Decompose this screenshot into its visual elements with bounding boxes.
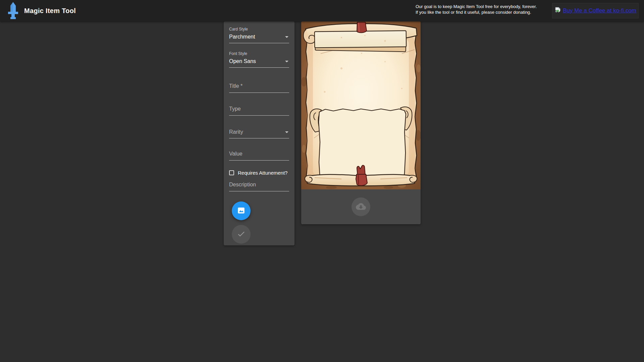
donation-line-1: Our goal is to keep Magic Item Tool free… [416, 4, 537, 9]
card-actions-bar [301, 189, 421, 224]
submit-button[interactable] [232, 225, 251, 244]
attunement-checkbox-row[interactable]: Requires Attunement? [229, 170, 289, 176]
description-field [229, 180, 289, 191]
type-input[interactable] [229, 104, 289, 116]
rarity-select[interactable]: Rarity [229, 127, 289, 138]
font-style-select[interactable]: Font Style Open Sans [229, 51, 289, 68]
type-field [229, 104, 289, 116]
card-style-label: Card Style [229, 27, 289, 32]
cloud-download-icon [356, 201, 366, 213]
item-form-panel: Card Style Parchment Font Style Open San… [224, 21, 294, 245]
add-image-button[interactable] [232, 201, 251, 220]
chevron-down-icon [285, 61, 288, 62]
description-input[interactable] [229, 180, 289, 191]
download-card-button[interactable] [352, 197, 370, 216]
kofi-link-text[interactable]: Buy Me a Coffee at ko-fi.com [563, 7, 636, 14]
sword-logo-icon [7, 2, 19, 21]
rarity-value: Rarity [229, 129, 243, 135]
font-style-label: Font Style [229, 51, 289, 56]
chevron-down-icon [285, 131, 288, 133]
card-style-select-row[interactable]: Parchment [229, 32, 289, 43]
card-style-value: Parchment [229, 34, 255, 40]
broken-image-icon [554, 7, 561, 15]
attunement-checkbox[interactable] [229, 170, 234, 175]
title-input[interactable] [229, 81, 289, 93]
value-input[interactable] [229, 149, 289, 161]
card-style-select[interactable]: Card Style Parchment [229, 27, 289, 43]
page-title: Magic Item Tool [24, 7, 76, 15]
donation-message: Our goal is to keep Magic Item Tool free… [416, 4, 537, 15]
chevron-down-icon [285, 36, 288, 38]
value-field [229, 149, 289, 161]
title-field [229, 81, 289, 93]
check-icon [237, 230, 246, 239]
font-style-select-row[interactable]: Open Sans [229, 56, 289, 68]
card-preview-panel [301, 21, 421, 224]
rarity-select-row[interactable]: Rarity [229, 127, 289, 138]
image-icon [237, 206, 246, 216]
attunement-label: Requires Attunement? [238, 170, 287, 176]
kofi-donate-link[interactable]: Buy Me a Coffee at ko-fi.com [552, 3, 639, 18]
donation-line-2: If you like the tool or find it useful, … [416, 9, 537, 15]
app-header: Magic Item Tool Our goal is to keep Magi… [0, 0, 644, 21]
font-style-value: Open Sans [229, 58, 256, 64]
parchment-card-preview [301, 21, 421, 189]
